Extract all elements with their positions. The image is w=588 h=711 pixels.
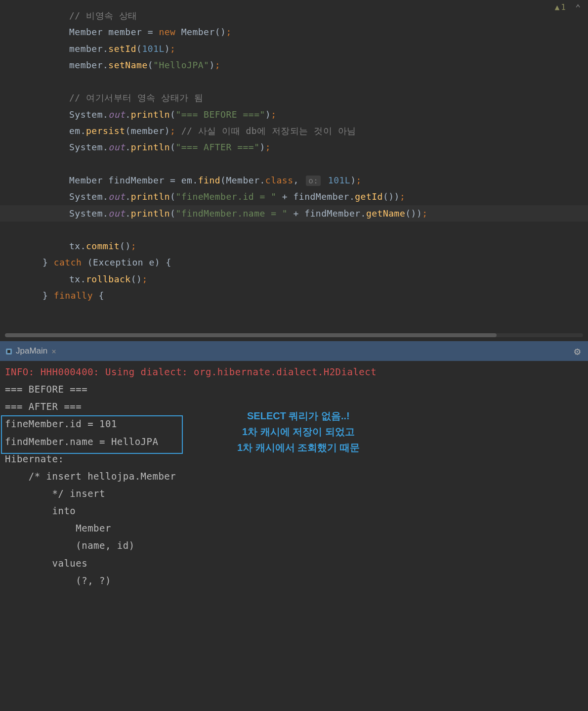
- code-line[interactable]: // 여기서부터 영속 상태가 됨: [0, 89, 588, 106]
- scrollbar-thumb[interactable]: [5, 333, 497, 337]
- code-line[interactable]: Member member = new Member();: [0, 24, 588, 40]
- warning-count: 1: [561, 2, 566, 12]
- warning-indicator[interactable]: ▲ 1: [555, 2, 566, 12]
- code-line[interactable]: } finally {: [0, 287, 588, 304]
- code-line[interactable]: member.setId(101L);: [0, 41, 588, 57]
- console-line: Member: [5, 520, 583, 537]
- code-line[interactable]: System.out.println("=== BEFORE ===");: [0, 106, 588, 123]
- code-line[interactable]: System.out.println("=== AFTER ===");: [0, 139, 588, 155]
- close-icon[interactable]: ×: [51, 347, 56, 356]
- console-output-pane[interactable]: INFO: HHH000400: Using dialect: org.hibe…: [0, 361, 588, 711]
- svg-rect-1: [7, 350, 10, 353]
- gear-icon[interactable]: ⚙: [574, 345, 581, 357]
- collapse-icon[interactable]: ⌃: [575, 2, 581, 13]
- console-line: values: [5, 555, 583, 572]
- run-config-icon: [5, 347, 13, 355]
- annotation-text: SELECT 쿼리가 없음..! 1차 캐시에 저장이 되었고 1차 캐시에서 …: [237, 408, 360, 455]
- console-line: */ insert: [5, 485, 583, 502]
- code-line[interactable]: em.persist(member); // 사실 이때 db에 저장되는 것이…: [0, 123, 588, 139]
- warning-icon: ▲: [555, 2, 560, 12]
- console-line: into: [5, 502, 583, 520]
- param-hint: o:: [306, 176, 321, 186]
- code-editor-pane[interactable]: ▲ 1 ⌃ // 비영속 상태 Member member = new Memb…: [0, 0, 588, 341]
- code-line[interactable]: } catch (Exception e) {: [0, 254, 588, 270]
- code-line-empty[interactable]: [0, 156, 588, 172]
- code-line-empty[interactable]: [0, 73, 588, 89]
- code-line[interactable]: System.out.println("fineMember.id = " + …: [0, 188, 588, 205]
- code-line[interactable]: member.setName("HelloJPA");: [0, 57, 588, 73]
- console-line: /* insert hellojpa.Member: [5, 468, 583, 485]
- console-tab-bar: JpaMain × ⚙: [0, 341, 588, 361]
- code-line[interactable]: tx.commit();: [0, 238, 588, 254]
- code-line[interactable]: Member findMember = em.find(Member.class…: [0, 172, 588, 188]
- console-line: (name, id): [5, 537, 583, 554]
- code-line-empty[interactable]: [0, 222, 588, 238]
- code-line[interactable]: tx.rollback();: [0, 271, 588, 287]
- horizontal-scrollbar[interactable]: [5, 333, 583, 337]
- console-line: INFO: HHH000400: Using dialect: org.hibe…: [5, 363, 583, 381]
- tab-label[interactable]: JpaMain: [16, 346, 47, 356]
- code-line[interactable]: // 비영속 상태: [0, 7, 588, 24]
- console-line: (?, ?): [5, 572, 583, 589]
- console-line: === BEFORE ===: [5, 381, 583, 398]
- code-line-current[interactable]: System.out.println("findMember.name = " …: [0, 205, 588, 222]
